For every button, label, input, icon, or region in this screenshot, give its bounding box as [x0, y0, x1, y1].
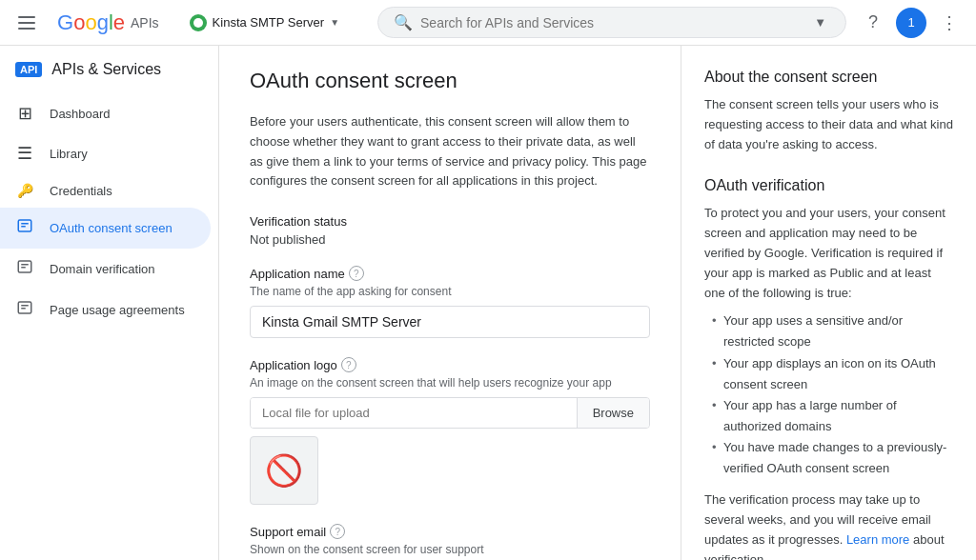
oauth-bullet-3: Your app has a large number of authorize… — [712, 395, 953, 437]
app-name-label: Application name ? — [250, 266, 650, 281]
menu-button[interactable] — [8, 4, 46, 42]
sidebar-title: APIs & Services — [51, 61, 161, 78]
intro-text: Before your users authenticate, this con… — [250, 112, 650, 191]
oauth-bullet-4: You have made changes to a previously-ve… — [712, 437, 953, 479]
project-selector[interactable]: Kinsta SMTP Server ▼ — [182, 10, 347, 35]
logo-g: G — [57, 10, 73, 34]
sidebar-item-dashboard[interactable]: ⊞ Dashboard — [0, 93, 211, 133]
oauth-bullet-2: Your app displays an icon on its OAuth c… — [712, 353, 953, 395]
browse-button[interactable]: Browse — [577, 398, 649, 428]
sidebar-item-page-usage[interactable]: Page usage agreements — [0, 290, 211, 330]
page-usage-icon — [15, 299, 34, 321]
search-dropdown-icon[interactable]: ▼ — [810, 15, 830, 30]
app-logo-sublabel: An image on the consent screen that will… — [250, 376, 650, 390]
file-upload-row: Browse — [250, 397, 650, 429]
consent-screen-section: About the consent screen The consent scr… — [704, 69, 953, 154]
oauth-bullets-list: Your app uses a sensitive and/or restric… — [704, 310, 953, 479]
support-email-label: Support email ? — [250, 524, 650, 539]
app-name-input[interactable] — [250, 306, 650, 338]
support-email-sublabel: Shown on the consent screen for user sup… — [250, 543, 650, 556]
oauth-process-text: The verification process may take up to … — [704, 490, 953, 560]
search-bar: 🔍 ▼ — [377, 7, 846, 38]
app-logo-section: Application logo ? An image on the conse… — [250, 357, 650, 505]
app-logo-label: Application logo ? — [250, 357, 650, 372]
library-icon: ☰ — [15, 143, 34, 164]
sidebar-item-domain[interactable]: Domain verification — [0, 249, 211, 290]
project-name: Kinsta SMTP Server — [213, 15, 325, 30]
verification-status-value: Not published — [250, 232, 650, 247]
sidebar-item-label-credentials: Credentials — [50, 184, 112, 198]
hamburger-icon — [18, 16, 35, 30]
domain-icon — [15, 258, 34, 280]
sidebar-item-label-dashboard: Dashboard — [50, 107, 111, 121]
logo-g2: g — [97, 10, 109, 34]
right-panel: About the consent screen The consent scr… — [681, 46, 976, 560]
oauth-icon — [15, 217, 34, 239]
sidebar-header: API APIs & Services — [0, 46, 218, 86]
main: OAuth consent screen Before your users a… — [219, 46, 976, 560]
oauth-verification-title: OAuth verification — [704, 177, 953, 194]
verification-status-section: Verification status Not published — [250, 214, 650, 247]
project-dropdown-icon: ▼ — [330, 17, 339, 28]
logo-e: e — [113, 10, 125, 34]
support-email-section: Support email ? Shown on the consent scr… — [250, 524, 650, 560]
verification-status-label: Verification status — [250, 214, 650, 229]
sidebar-item-label-oauth: OAuth consent screen — [50, 221, 173, 235]
logo-placeholder: 🚫 — [250, 436, 318, 505]
sidebar-item-label-library: Library — [50, 147, 88, 161]
logo-o1: o — [73, 10, 85, 34]
consent-screen-text: The consent screen tells your users who … — [704, 95, 953, 154]
main-content: OAuth consent screen Before your users a… — [219, 46, 681, 560]
app-name-help-icon[interactable]: ? — [349, 266, 364, 281]
page-title: OAuth consent screen — [250, 69, 650, 93]
sidebar-item-credentials[interactable]: 🔑 Credentials — [0, 173, 211, 208]
oauth-verification-section: OAuth verification To protect you and yo… — [704, 177, 953, 560]
consent-screen-title: About the consent screen — [704, 69, 953, 86]
app-logo-help-icon[interactable]: ? — [341, 357, 356, 372]
app-name-section: Application name ? The name of the app a… — [250, 266, 650, 338]
google-apis-logo: Google APIs — [57, 10, 159, 35]
sidebar-item-library[interactable]: ☰ Library — [0, 133, 211, 173]
sidebar-nav: ⊞ Dashboard ☰ Library 🔑 Credentials OAut… — [0, 86, 218, 338]
topbar: Google APIs Kinsta SMTP Server ▼ 🔍 ▼ ? 1… — [0, 0, 976, 46]
support-email-help-icon[interactable]: ? — [330, 524, 345, 539]
file-upload-input[interactable] — [251, 398, 577, 428]
dashboard-icon: ⊞ — [15, 103, 34, 124]
logo-o2: o — [85, 10, 96, 34]
sidebar: API APIs & Services ⊞ Dashboard ☰ Librar… — [0, 46, 219, 560]
sidebar-item-label-domain: Domain verification — [50, 262, 155, 276]
topbar-right: ? 1 ⋮ — [854, 4, 968, 42]
search-input[interactable] — [420, 15, 803, 30]
help-button[interactable]: ? — [854, 4, 892, 42]
notification-badge[interactable]: 1 — [896, 8, 926, 38]
project-dot-icon — [190, 14, 207, 31]
sidebar-item-label-page-usage: Page usage agreements — [50, 303, 185, 317]
layout: API APIs & Services ⊞ Dashboard ☰ Librar… — [0, 46, 976, 560]
sidebar-item-oauth[interactable]: OAuth consent screen — [0, 208, 211, 249]
search-icon: 🔍 — [394, 13, 413, 31]
credentials-icon: 🔑 — [15, 183, 34, 198]
oauth-intro-text: To protect you and your users, your cons… — [704, 204, 953, 303]
oauth-bullet-1: Your app uses a sensitive and/or restric… — [712, 310, 953, 352]
api-badge: API — [15, 62, 42, 77]
no-image-icon: 🚫 — [265, 452, 303, 489]
app-name-sublabel: The name of the app asking for consent — [250, 285, 650, 298]
apis-text: APIs — [131, 15, 159, 30]
oauth-learn-more-1-link[interactable]: Learn more — [846, 532, 909, 547]
more-options-button[interactable]: ⋮ — [930, 4, 968, 42]
